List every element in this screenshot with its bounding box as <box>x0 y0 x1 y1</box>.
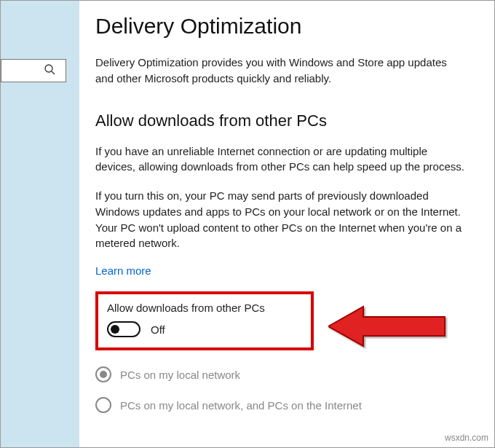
highlight-box: Allow downloads from other PCs Off <box>95 291 314 350</box>
radio-label: PCs on my local network <box>120 369 240 381</box>
toggle-state: Off <box>151 323 165 336</box>
section-para-1: If you have an unreliable Internet conne… <box>95 144 467 176</box>
search-input[interactable] <box>1 59 66 82</box>
radio-label: PCs on my local network, and PCs on the … <box>120 399 362 412</box>
toggle-label: Allow downloads from other PCs <box>107 302 302 314</box>
radio-option-internet[interactable]: PCs on my local network, and PCs on the … <box>95 397 480 413</box>
radio-icon <box>95 397 111 413</box>
page-description: Delivery Optimization provides you with … <box>95 55 467 87</box>
section-heading: Allow downloads from other PCs <box>95 111 480 130</box>
search-icon <box>44 63 55 78</box>
main-content: Delivery Optimization Delivery Optimizat… <box>95 14 480 440</box>
section-para-2: If you turn this on, your PC may send pa… <box>95 188 467 251</box>
learn-more-link[interactable]: Learn more <box>95 264 151 277</box>
svg-point-0 <box>45 65 52 72</box>
svg-line-1 <box>52 71 55 74</box>
radio-icon <box>95 366 111 382</box>
radio-option-local[interactable]: PCs on my local network <box>95 366 480 382</box>
radio-group: PCs on my local network PCs on my local … <box>95 366 480 413</box>
page-title: Delivery Optimization <box>95 14 480 39</box>
toggle-row: Off <box>107 321 302 337</box>
sidebar <box>1 1 79 447</box>
toggle-knob <box>111 325 119 334</box>
allow-downloads-toggle[interactable] <box>107 321 140 337</box>
watermark: wsxdn.com <box>445 433 488 443</box>
